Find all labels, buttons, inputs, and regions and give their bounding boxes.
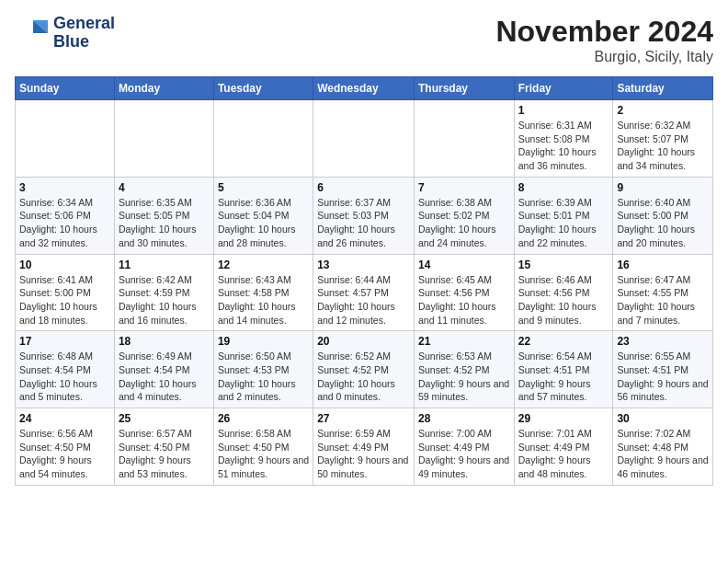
- calendar-cell: 20Sunrise: 6:52 AM Sunset: 4:52 PM Dayli…: [313, 331, 415, 408]
- page-header: General Blue November 2024 Burgio, Sicil…: [15, 15, 713, 65]
- calendar-cell: 28Sunrise: 7:00 AM Sunset: 4:49 PM Dayli…: [414, 408, 514, 486]
- calendar-cell: 27Sunrise: 6:59 AM Sunset: 4:49 PM Dayli…: [313, 408, 415, 486]
- day-info: Sunrise: 6:35 AM Sunset: 5:05 PM Dayligh…: [119, 196, 210, 250]
- calendar-table: SundayMondayTuesdayWednesdayThursdayFrid…: [15, 76, 713, 486]
- day-number: 10: [19, 259, 110, 271]
- day-info: Sunrise: 6:45 AM Sunset: 4:56 PM Dayligh…: [418, 273, 510, 327]
- day-number: 13: [317, 259, 410, 271]
- day-number: 27: [317, 412, 410, 425]
- day-info: Sunrise: 6:58 AM Sunset: 4:50 PM Dayligh…: [218, 427, 309, 481]
- calendar-cell: 13Sunrise: 6:44 AM Sunset: 4:57 PM Dayli…: [313, 254, 415, 331]
- day-number: 12: [218, 259, 309, 271]
- calendar-cell: 3Sunrise: 6:34 AM Sunset: 5:06 PM Daylig…: [16, 177, 115, 254]
- calendar-cell: 11Sunrise: 6:42 AM Sunset: 4:59 PM Dayli…: [114, 254, 213, 331]
- calendar-header-row: SundayMondayTuesdayWednesdayThursdayFrid…: [16, 77, 713, 100]
- day-number: 5: [218, 181, 309, 194]
- calendar-cell: 14Sunrise: 6:45 AM Sunset: 4:56 PM Dayli…: [414, 254, 514, 331]
- calendar-cell: 8Sunrise: 6:39 AM Sunset: 5:01 PM Daylig…: [514, 177, 613, 254]
- day-number: 26: [218, 412, 309, 425]
- day-number: 30: [617, 412, 709, 425]
- month-title: November 2024: [495, 15, 713, 49]
- day-info: Sunrise: 7:00 AM Sunset: 4:49 PM Dayligh…: [418, 427, 510, 481]
- day-number: 16: [617, 259, 709, 271]
- calendar-cell: 22Sunrise: 6:54 AM Sunset: 4:51 PM Dayli…: [514, 331, 613, 408]
- day-number: 1: [518, 104, 609, 117]
- day-info: Sunrise: 6:44 AM Sunset: 4:57 PM Dayligh…: [317, 273, 410, 327]
- calendar-cell: [414, 100, 514, 178]
- weekday-header: Sunday: [16, 77, 115, 100]
- calendar-cell: 21Sunrise: 6:53 AM Sunset: 4:52 PM Dayli…: [414, 331, 514, 408]
- day-info: Sunrise: 6:39 AM Sunset: 5:01 PM Dayligh…: [518, 196, 609, 250]
- calendar-cell: [114, 100, 213, 178]
- weekday-header: Saturday: [613, 77, 713, 100]
- calendar-cell: 18Sunrise: 6:49 AM Sunset: 4:54 PM Dayli…: [114, 331, 213, 408]
- calendar-cell: 24Sunrise: 6:56 AM Sunset: 4:50 PM Dayli…: [16, 408, 115, 486]
- day-number: 3: [19, 181, 110, 194]
- day-info: Sunrise: 6:32 AM Sunset: 5:07 PM Dayligh…: [617, 119, 709, 173]
- calendar-week-row: 24Sunrise: 6:56 AM Sunset: 4:50 PM Dayli…: [16, 408, 713, 486]
- weekday-header: Tuesday: [213, 77, 313, 100]
- day-info: Sunrise: 6:55 AM Sunset: 4:51 PM Dayligh…: [617, 350, 709, 404]
- day-info: Sunrise: 6:43 AM Sunset: 4:58 PM Dayligh…: [218, 273, 309, 327]
- calendar-cell: [313, 100, 415, 178]
- day-info: Sunrise: 6:37 AM Sunset: 5:03 PM Dayligh…: [317, 196, 410, 250]
- day-info: Sunrise: 6:40 AM Sunset: 5:00 PM Dayligh…: [617, 196, 709, 250]
- day-info: Sunrise: 6:54 AM Sunset: 4:51 PM Dayligh…: [518, 350, 609, 404]
- calendar-cell: [16, 100, 115, 178]
- day-number: 18: [119, 335, 210, 348]
- calendar-cell: 9Sunrise: 6:40 AM Sunset: 5:00 PM Daylig…: [613, 177, 713, 254]
- day-info: Sunrise: 6:48 AM Sunset: 4:54 PM Dayligh…: [19, 350, 110, 404]
- weekday-header: Thursday: [414, 77, 514, 100]
- day-info: Sunrise: 6:36 AM Sunset: 5:04 PM Dayligh…: [218, 196, 309, 250]
- calendar-week-row: 1Sunrise: 6:31 AM Sunset: 5:08 PM Daylig…: [16, 100, 713, 178]
- day-number: 29: [518, 412, 609, 425]
- calendar-cell: 15Sunrise: 6:46 AM Sunset: 4:56 PM Dayli…: [514, 254, 613, 331]
- day-number: 9: [617, 181, 709, 194]
- logo: General Blue: [15, 15, 115, 52]
- day-info: Sunrise: 6:47 AM Sunset: 4:55 PM Dayligh…: [617, 273, 709, 327]
- day-info: Sunrise: 6:42 AM Sunset: 4:59 PM Dayligh…: [119, 273, 210, 327]
- calendar-cell: 26Sunrise: 6:58 AM Sunset: 4:50 PM Dayli…: [213, 408, 313, 486]
- logo-text: General Blue: [53, 15, 115, 52]
- day-info: Sunrise: 6:46 AM Sunset: 4:56 PM Dayligh…: [518, 273, 609, 327]
- calendar-cell: 10Sunrise: 6:41 AM Sunset: 5:00 PM Dayli…: [16, 254, 115, 331]
- calendar-week-row: 3Sunrise: 6:34 AM Sunset: 5:06 PM Daylig…: [16, 177, 713, 254]
- calendar-cell: 6Sunrise: 6:37 AM Sunset: 5:03 PM Daylig…: [313, 177, 415, 254]
- day-number: 11: [119, 259, 210, 271]
- calendar-cell: 5Sunrise: 6:36 AM Sunset: 5:04 PM Daylig…: [213, 177, 313, 254]
- day-number: 20: [317, 335, 410, 348]
- day-number: 19: [218, 335, 309, 348]
- day-number: 28: [418, 412, 510, 425]
- calendar-cell: 19Sunrise: 6:50 AM Sunset: 4:53 PM Dayli…: [213, 331, 313, 408]
- day-info: Sunrise: 6:49 AM Sunset: 4:54 PM Dayligh…: [119, 350, 210, 404]
- calendar-cell: [213, 100, 313, 178]
- day-info: Sunrise: 7:01 AM Sunset: 4:49 PM Dayligh…: [518, 427, 609, 481]
- day-number: 15: [518, 259, 609, 271]
- calendar-cell: 2Sunrise: 6:32 AM Sunset: 5:07 PM Daylig…: [613, 100, 713, 178]
- day-info: Sunrise: 6:52 AM Sunset: 4:52 PM Dayligh…: [317, 350, 410, 404]
- day-number: 2: [617, 104, 709, 117]
- location-title: Burgio, Sicily, Italy: [495, 49, 713, 65]
- calendar-cell: 25Sunrise: 6:57 AM Sunset: 4:50 PM Dayli…: [114, 408, 213, 486]
- calendar-cell: 30Sunrise: 7:02 AM Sunset: 4:48 PM Dayli…: [613, 408, 713, 486]
- day-number: 24: [19, 412, 110, 425]
- day-info: Sunrise: 6:41 AM Sunset: 5:00 PM Dayligh…: [19, 273, 110, 327]
- day-info: Sunrise: 6:56 AM Sunset: 4:50 PM Dayligh…: [19, 427, 110, 481]
- day-number: 14: [418, 259, 510, 271]
- day-info: Sunrise: 6:57 AM Sunset: 4:50 PM Dayligh…: [119, 427, 210, 481]
- calendar-week-row: 17Sunrise: 6:48 AM Sunset: 4:54 PM Dayli…: [16, 331, 713, 408]
- calendar-week-row: 10Sunrise: 6:41 AM Sunset: 5:00 PM Dayli…: [16, 254, 713, 331]
- calendar-cell: 16Sunrise: 6:47 AM Sunset: 4:55 PM Dayli…: [613, 254, 713, 331]
- day-number: 7: [418, 181, 510, 194]
- day-info: Sunrise: 6:53 AM Sunset: 4:52 PM Dayligh…: [418, 350, 510, 404]
- day-info: Sunrise: 6:34 AM Sunset: 5:06 PM Dayligh…: [19, 196, 110, 250]
- calendar-cell: 12Sunrise: 6:43 AM Sunset: 4:58 PM Dayli…: [213, 254, 313, 331]
- calendar-cell: 4Sunrise: 6:35 AM Sunset: 5:05 PM Daylig…: [114, 177, 213, 254]
- day-number: 25: [119, 412, 210, 425]
- weekday-header: Wednesday: [313, 77, 415, 100]
- day-info: Sunrise: 7:02 AM Sunset: 4:48 PM Dayligh…: [617, 427, 709, 481]
- title-section: November 2024 Burgio, Sicily, Italy: [495, 15, 713, 65]
- day-info: Sunrise: 6:38 AM Sunset: 5:02 PM Dayligh…: [418, 196, 510, 250]
- day-number: 8: [518, 181, 609, 194]
- calendar-cell: 29Sunrise: 7:01 AM Sunset: 4:49 PM Dayli…: [514, 408, 613, 486]
